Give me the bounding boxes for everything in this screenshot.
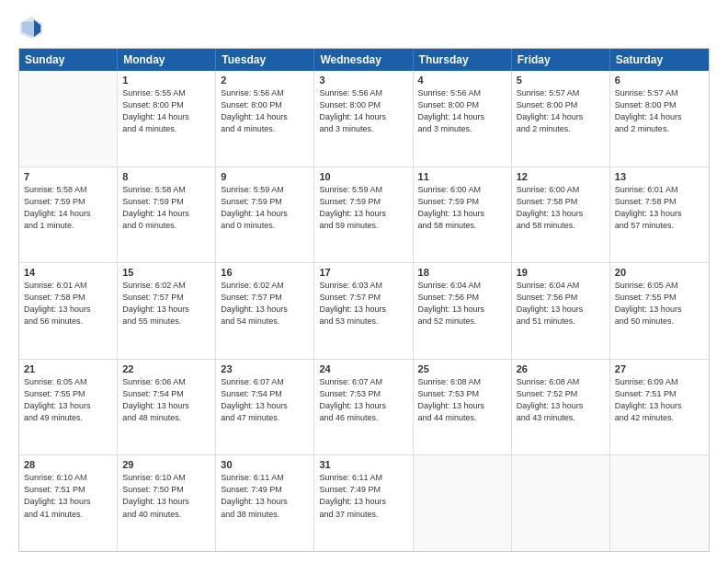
day-number: 12 — [517, 171, 605, 182]
cell-info: Sunrise: 5:55 AM Sunset: 8:00 PM Dayligh… — [122, 87, 210, 135]
day-number: 22 — [122, 363, 210, 374]
day-number: 26 — [517, 363, 605, 374]
header-cell-tuesday: Tuesday — [216, 49, 314, 71]
header-cell-sunday: Sunday — [19, 49, 118, 71]
cell-info: Sunrise: 5:58 AM Sunset: 7:59 PM Dayligh… — [122, 184, 210, 232]
cell-info: Sunrise: 6:02 AM Sunset: 7:57 PM Dayligh… — [122, 280, 210, 327]
header-cell-wednesday: Wednesday — [314, 49, 413, 71]
cell-info: Sunrise: 5:56 AM Sunset: 8:00 PM Dayligh… — [221, 87, 309, 135]
cell-info: Sunrise: 6:07 AM Sunset: 7:53 PM Dayligh… — [319, 376, 407, 424]
cell-info: Sunrise: 5:56 AM Sunset: 8:00 PM Dayligh… — [319, 87, 407, 135]
calendar-row-1: 7Sunrise: 5:58 AM Sunset: 7:59 PM Daylig… — [19, 167, 709, 264]
cell-info: Sunrise: 6:11 AM Sunset: 7:49 PM Dayligh… — [221, 472, 309, 520]
calendar-cell — [414, 455, 512, 551]
header-cell-monday: Monday — [118, 49, 216, 71]
calendar-row-2: 14Sunrise: 6:01 AM Sunset: 7:58 PM Dayli… — [19, 263, 709, 360]
calendar: SundayMondayTuesdayWednesdayThursdayFrid… — [18, 48, 710, 552]
cell-info: Sunrise: 6:10 AM Sunset: 7:51 PM Dayligh… — [24, 472, 112, 520]
cell-info: Sunrise: 6:07 AM Sunset: 7:54 PM Dayligh… — [221, 376, 309, 424]
calendar-cell: 25Sunrise: 6:08 AM Sunset: 7:53 PM Dayli… — [414, 360, 512, 455]
day-number: 24 — [319, 363, 407, 374]
cell-info: Sunrise: 6:08 AM Sunset: 7:52 PM Dayligh… — [517, 376, 605, 424]
calendar-cell: 21Sunrise: 6:05 AM Sunset: 7:55 PM Dayli… — [19, 360, 118, 455]
calendar-cell: 17Sunrise: 6:03 AM Sunset: 7:57 PM Dayli… — [314, 263, 413, 359]
cell-info: Sunrise: 6:06 AM Sunset: 7:54 PM Dayligh… — [122, 376, 210, 424]
cell-info: Sunrise: 6:05 AM Sunset: 7:55 PM Dayligh… — [24, 376, 112, 424]
day-number: 15 — [122, 267, 210, 278]
day-number: 11 — [418, 171, 506, 182]
cell-info: Sunrise: 6:05 AM Sunset: 7:55 PM Dayligh… — [615, 280, 704, 327]
day-number: 30 — [221, 459, 309, 470]
calendar-cell: 26Sunrise: 6:08 AM Sunset: 7:52 PM Dayli… — [512, 360, 610, 455]
day-number: 23 — [221, 363, 309, 374]
calendar-row-4: 28Sunrise: 6:10 AM Sunset: 7:51 PM Dayli… — [19, 455, 709, 551]
day-number: 19 — [517, 267, 605, 278]
calendar-cell: 12Sunrise: 6:00 AM Sunset: 7:58 PM Dayli… — [512, 167, 610, 263]
calendar-cell: 16Sunrise: 6:02 AM Sunset: 7:57 PM Dayli… — [216, 263, 314, 359]
day-number: 20 — [615, 267, 704, 278]
calendar-cell: 22Sunrise: 6:06 AM Sunset: 7:54 PM Dayli… — [118, 360, 216, 455]
calendar-cell: 9Sunrise: 5:59 AM Sunset: 7:59 PM Daylig… — [216, 167, 314, 263]
calendar-cell: 20Sunrise: 6:05 AM Sunset: 7:55 PM Dayli… — [610, 263, 709, 359]
calendar-cell — [512, 455, 610, 551]
logo-icon — [18, 15, 44, 40]
calendar-cell: 7Sunrise: 5:58 AM Sunset: 7:59 PM Daylig… — [19, 167, 118, 263]
day-number: 18 — [418, 267, 506, 278]
calendar-cell: 13Sunrise: 6:01 AM Sunset: 7:58 PM Dayli… — [610, 167, 709, 263]
calendar-cell: 27Sunrise: 6:09 AM Sunset: 7:51 PM Dayli… — [610, 360, 709, 455]
day-number: 7 — [24, 171, 112, 182]
header-cell-friday: Friday — [512, 49, 610, 71]
cell-info: Sunrise: 5:57 AM Sunset: 8:00 PM Dayligh… — [517, 87, 605, 135]
calendar-cell: 5Sunrise: 5:57 AM Sunset: 8:00 PM Daylig… — [512, 71, 610, 167]
calendar-cell: 23Sunrise: 6:07 AM Sunset: 7:54 PM Dayli… — [216, 360, 314, 455]
day-number: 16 — [221, 267, 309, 278]
page: SundayMondayTuesdayWednesdayThursdayFrid… — [0, 0, 728, 563]
day-number: 4 — [418, 75, 506, 86]
day-number: 3 — [319, 75, 407, 86]
calendar-cell: 30Sunrise: 6:11 AM Sunset: 7:49 PM Dayli… — [216, 455, 314, 551]
day-number: 25 — [418, 363, 506, 374]
calendar-row-0: 1Sunrise: 5:55 AM Sunset: 8:00 PM Daylig… — [19, 71, 709, 167]
calendar-cell: 29Sunrise: 6:10 AM Sunset: 7:50 PM Dayli… — [118, 455, 216, 551]
cell-info: Sunrise: 6:08 AM Sunset: 7:53 PM Dayligh… — [418, 376, 506, 424]
calendar-cell: 1Sunrise: 5:55 AM Sunset: 8:00 PM Daylig… — [118, 71, 216, 167]
day-number: 27 — [615, 363, 704, 374]
cell-info: Sunrise: 5:59 AM Sunset: 7:59 PM Dayligh… — [221, 184, 309, 232]
day-number: 28 — [24, 459, 112, 470]
day-number: 31 — [319, 459, 407, 470]
calendar-cell: 24Sunrise: 6:07 AM Sunset: 7:53 PM Dayli… — [314, 360, 413, 455]
cell-info: Sunrise: 6:02 AM Sunset: 7:57 PM Dayligh… — [221, 280, 309, 327]
cell-info: Sunrise: 5:56 AM Sunset: 8:00 PM Dayligh… — [418, 87, 506, 135]
cell-info: Sunrise: 6:10 AM Sunset: 7:50 PM Dayligh… — [122, 472, 210, 520]
cell-info: Sunrise: 6:01 AM Sunset: 7:58 PM Dayligh… — [24, 280, 112, 327]
calendar-cell: 10Sunrise: 5:59 AM Sunset: 7:59 PM Dayli… — [314, 167, 413, 263]
calendar-cell: 19Sunrise: 6:04 AM Sunset: 7:56 PM Dayli… — [512, 263, 610, 359]
cell-info: Sunrise: 6:00 AM Sunset: 7:58 PM Dayligh… — [517, 184, 605, 232]
cell-info: Sunrise: 5:57 AM Sunset: 8:00 PM Dayligh… — [615, 87, 704, 135]
day-number: 5 — [517, 75, 605, 86]
day-number: 9 — [221, 171, 309, 182]
cell-info: Sunrise: 6:04 AM Sunset: 7:56 PM Dayligh… — [517, 280, 605, 327]
cell-info: Sunrise: 6:00 AM Sunset: 7:59 PM Dayligh… — [418, 184, 506, 232]
calendar-cell: 3Sunrise: 5:56 AM Sunset: 8:00 PM Daylig… — [314, 71, 413, 167]
calendar-cell: 8Sunrise: 5:58 AM Sunset: 7:59 PM Daylig… — [118, 167, 216, 263]
cell-info: Sunrise: 6:09 AM Sunset: 7:51 PM Dayligh… — [615, 376, 704, 424]
cell-info: Sunrise: 6:11 AM Sunset: 7:49 PM Dayligh… — [319, 472, 407, 520]
calendar-row-3: 21Sunrise: 6:05 AM Sunset: 7:55 PM Dayli… — [19, 360, 709, 456]
day-number: 21 — [24, 363, 112, 374]
day-number: 2 — [221, 75, 309, 86]
cell-info: Sunrise: 6:04 AM Sunset: 7:56 PM Dayligh… — [418, 280, 506, 327]
calendar-cell — [19, 71, 118, 167]
cell-info: Sunrise: 5:59 AM Sunset: 7:59 PM Dayligh… — [319, 184, 407, 232]
calendar-cell: 4Sunrise: 5:56 AM Sunset: 8:00 PM Daylig… — [414, 71, 512, 167]
calendar-cell: 14Sunrise: 6:01 AM Sunset: 7:58 PM Dayli… — [19, 263, 118, 359]
calendar-body: 1Sunrise: 5:55 AM Sunset: 8:00 PM Daylig… — [19, 71, 709, 551]
calendar-cell: 28Sunrise: 6:10 AM Sunset: 7:51 PM Dayli… — [19, 455, 118, 551]
day-number: 29 — [122, 459, 210, 470]
cell-info: Sunrise: 6:01 AM Sunset: 7:58 PM Dayligh… — [615, 184, 704, 232]
calendar-cell: 15Sunrise: 6:02 AM Sunset: 7:57 PM Dayli… — [118, 263, 216, 359]
cell-info: Sunrise: 5:58 AM Sunset: 7:59 PM Dayligh… — [24, 184, 112, 232]
header — [18, 15, 710, 40]
day-number: 1 — [122, 75, 210, 86]
day-number: 10 — [319, 171, 407, 182]
